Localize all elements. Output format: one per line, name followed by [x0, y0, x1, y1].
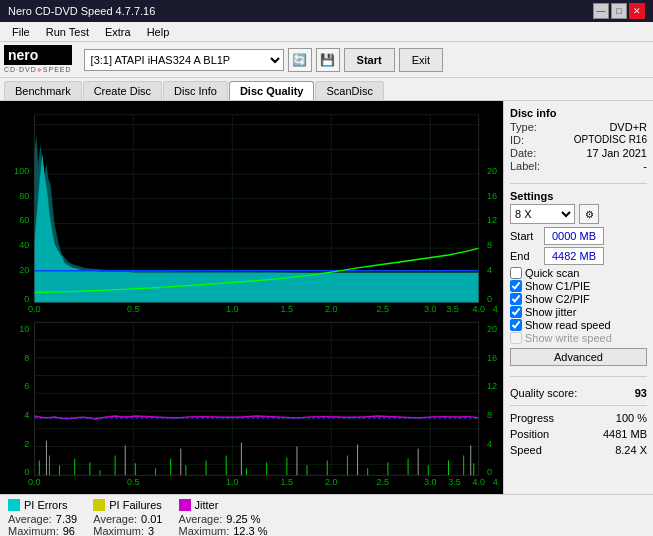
svg-text:10: 10 [19, 324, 29, 334]
chart-area: 0 20 40 60 80 100 0 4 8 12 16 20 0.0 0.5… [0, 101, 503, 494]
svg-text:0.0: 0.0 [28, 304, 41, 314]
svg-text:0: 0 [487, 295, 492, 305]
toolbar: nero CD·DVD⟡SPEED [3:1] ATAPI iHAS324 A … [0, 42, 653, 78]
speed-label: Speed [510, 444, 542, 456]
chart-svg: 0 20 40 60 80 100 0 4 8 12 16 20 0.0 0.5… [4, 105, 499, 490]
menu-run-test[interactable]: Run Test [38, 24, 97, 40]
close-button[interactable]: ✕ [629, 3, 645, 19]
jitter-legend: Jitter [179, 499, 268, 511]
pi-errors-avg-row: Average: 7.39 [8, 513, 77, 525]
show-jitter-checkbox[interactable] [510, 306, 522, 318]
disc-type-label: Type: [510, 121, 537, 133]
tab-disc-quality[interactable]: Disc Quality [229, 81, 315, 100]
pi-failures-group: PI Failures Average: 0.01 Maximum: 3 Tot… [93, 499, 162, 536]
svg-text:60: 60 [19, 216, 29, 226]
divider-1 [510, 183, 647, 184]
jitter-group: Jitter Average: 9.25 % Maximum: 12.3 % P… [179, 499, 268, 536]
quality-score-row: Quality score: 93 [510, 387, 647, 399]
disc-label-value: - [643, 160, 647, 172]
svg-text:0.5: 0.5 [127, 477, 140, 487]
svg-text:12: 12 [487, 381, 497, 391]
speed-row: Speed 8.24 X [510, 444, 647, 456]
pi-errors-group: PI Errors Average: 7.39 Maximum: 96 Tota… [8, 499, 77, 536]
disc-id-label: ID: [510, 134, 524, 146]
disc-label-label: Label: [510, 160, 540, 172]
svg-text:4.0: 4.0 [472, 477, 485, 487]
svg-text:2.5: 2.5 [377, 304, 390, 314]
show-c2pif-checkbox[interactable] [510, 293, 522, 305]
pi-failures-max-label: Maximum: [93, 525, 144, 536]
svg-text:1.0: 1.0 [226, 304, 239, 314]
jitter-max-row: Maximum: 12.3 % [179, 525, 268, 536]
end-input[interactable] [544, 247, 604, 265]
jitter-avg-label: Average: [179, 513, 223, 525]
start-input[interactable] [544, 227, 604, 245]
pi-failures-legend: PI Failures [93, 499, 162, 511]
svg-text:100: 100 [14, 166, 29, 176]
svg-text:20: 20 [19, 265, 29, 275]
svg-text:20: 20 [487, 324, 497, 334]
title-bar-left: Nero CD-DVD Speed 4.7.7.16 [8, 5, 155, 17]
svg-text:1.5: 1.5 [281, 477, 294, 487]
jitter-legend-box [179, 499, 191, 511]
save-icon-button[interactable]: 💾 [316, 48, 340, 72]
menu-help[interactable]: Help [139, 24, 178, 40]
refresh-icon-button[interactable]: 🔄 [288, 48, 312, 72]
title-bar-controls: — □ ✕ [593, 3, 645, 19]
disc-info-section: Disc info Type: DVD+R ID: OPTODISC R16 D… [510, 107, 647, 173]
start-row: Start [510, 227, 647, 245]
title-bar: Nero CD-DVD Speed 4.7.7.16 — □ ✕ [0, 0, 653, 22]
svg-text:3.0: 3.0 [424, 304, 437, 314]
tab-create-disc[interactable]: Create Disc [83, 81, 162, 100]
svg-text:2.0: 2.0 [325, 304, 338, 314]
pi-errors-avg-label: Average: [8, 513, 52, 525]
settings-title: Settings [510, 190, 647, 202]
svg-text:4.5: 4.5 [493, 477, 499, 487]
tab-disc-info[interactable]: Disc Info [163, 81, 228, 100]
tab-benchmark[interactable]: Benchmark [4, 81, 82, 100]
show-c2pif-label: Show C2/PIF [525, 293, 590, 305]
show-read-speed-checkbox[interactable] [510, 319, 522, 331]
minimize-button[interactable]: — [593, 3, 609, 19]
show-c2pif-row: Show C2/PIF [510, 293, 647, 305]
svg-text:4: 4 [487, 265, 492, 275]
quick-scan-checkbox[interactable] [510, 267, 522, 279]
jitter-avg-row: Average: 9.25 % [179, 513, 268, 525]
svg-text:8: 8 [487, 410, 492, 420]
svg-text:3.5: 3.5 [448, 477, 461, 487]
speed-select[interactable]: 8 X [510, 204, 575, 224]
svg-text:3.0: 3.0 [424, 477, 437, 487]
svg-text:16: 16 [487, 353, 497, 363]
show-c1pie-checkbox[interactable] [510, 280, 522, 292]
exit-button[interactable]: Exit [399, 48, 443, 72]
progress-row: Progress 100 % [510, 412, 647, 424]
menu-file[interactable]: File [4, 24, 38, 40]
drive-select[interactable]: [3:1] ATAPI iHAS324 A BL1P [84, 49, 284, 71]
start-button[interactable]: Start [344, 48, 395, 72]
menu-bar: File Run Test Extra Help [0, 22, 653, 42]
show-write-speed-checkbox[interactable] [510, 332, 522, 344]
pi-failures-legend-label: PI Failures [109, 499, 162, 511]
main-content: 0 20 40 60 80 100 0 4 8 12 16 20 0.0 0.5… [0, 100, 653, 494]
svg-text:16: 16 [487, 191, 497, 201]
position-value: 4481 MB [603, 428, 647, 440]
svg-text:2: 2 [24, 439, 29, 449]
advanced-button[interactable]: Advanced [510, 348, 647, 366]
disc-type-value: DVD+R [609, 121, 647, 133]
svg-text:8: 8 [24, 353, 29, 363]
pi-errors-max-label: Maximum: [8, 525, 59, 536]
tab-scan-disc[interactable]: ScanDisc [315, 81, 383, 100]
pi-errors-legend-label: PI Errors [24, 499, 67, 511]
settings-icon-button[interactable]: ⚙ [579, 204, 599, 224]
nero-logo: nero [4, 45, 72, 65]
pi-failures-avg-value: 0.01 [141, 513, 162, 525]
pi-errors-legend: PI Errors [8, 499, 77, 511]
maximize-button[interactable]: □ [611, 3, 627, 19]
position-label: Position [510, 428, 549, 440]
end-label: End [510, 250, 542, 262]
disc-date-row: Date: 17 Jan 2021 [510, 147, 647, 159]
menu-extra[interactable]: Extra [97, 24, 139, 40]
speed-setting-row: 8 X ⚙ [510, 204, 647, 224]
quality-score-label: Quality score: [510, 387, 577, 399]
show-read-speed-row: Show read speed [510, 319, 647, 331]
